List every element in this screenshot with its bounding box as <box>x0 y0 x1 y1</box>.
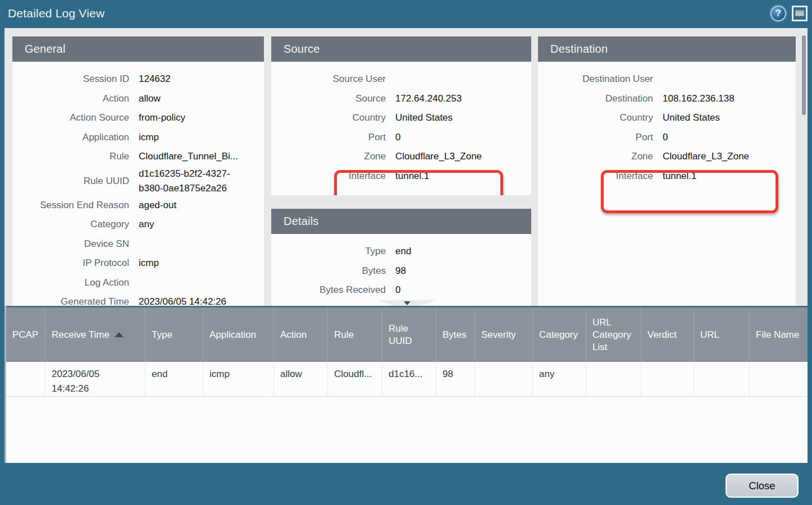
col-label: Application <box>209 329 256 341</box>
field-row-bytes: Bytes 98 <box>271 261 531 281</box>
col-label: Rule <box>334 329 354 341</box>
field-row-source: Source 172.64.240.253 <box>271 89 531 109</box>
panel-details: Details Type end Bytes 98 Bytes Received… <box>271 209 531 306</box>
field-label: IP Protocol <box>12 256 129 270</box>
chevron-down-icon <box>404 301 410 305</box>
panel-details-header: Details <box>271 209 531 234</box>
field-value: 172.64.240.253 <box>395 91 462 106</box>
field-value: 0 <box>395 130 400 145</box>
content-scrollbar-thumb[interactable] <box>802 35 806 115</box>
field-value: aged-out <box>139 198 176 213</box>
field-row-interface: Interface tunnel.1 <box>271 167 531 186</box>
col-header-url[interactable]: URL <box>694 307 749 362</box>
cell-verdict <box>641 362 694 396</box>
col-header-verdict[interactable]: Verdict <box>641 307 694 362</box>
field-label: Action <box>12 91 129 106</box>
field-value: Cloudflare_Tunnel_Bi... <box>139 149 238 164</box>
field-label: Destination <box>538 91 653 106</box>
dialog-footer: Close <box>0 463 812 505</box>
col-label: PCAP <box>12 329 38 341</box>
cell-rule-uuid: d1c16... <box>382 362 436 396</box>
field-label: Type <box>271 244 386 259</box>
panel-details-body: Type end Bytes 98 Bytes Received 0 <box>271 234 531 300</box>
panel-general-header: General <box>12 36 264 62</box>
col-header-file-name[interactable]: File Name <box>749 307 808 362</box>
col-header-pcap[interactable]: PCAP <box>6 307 45 362</box>
titlebar: Detailed Log View ? <box>0 0 812 28</box>
field-row-log-action: Log Action <box>12 273 264 293</box>
cell-url <box>694 362 749 396</box>
cell-severity <box>475 362 532 396</box>
col-header-severity[interactable]: Severity <box>475 307 532 362</box>
field-label: Session End Reason <box>12 198 129 213</box>
panel-source-header: Source <box>271 36 531 62</box>
field-row-rule-uuid: Rule UUID d1c16235-b2f2-4327-b380-0ae187… <box>12 167 264 196</box>
field-label: Source <box>271 91 386 106</box>
field-value: 0 <box>663 130 668 145</box>
help-icon[interactable]: ? <box>770 6 786 21</box>
field-value: tunnel.1 <box>663 169 697 183</box>
field-label: Country <box>538 111 653 125</box>
log-detail-content: General Session ID 124632 Action allow A… <box>4 28 808 306</box>
col-header-application[interactable]: Application <box>203 307 273 362</box>
cell-pcap <box>6 362 45 396</box>
field-label: Session ID <box>12 72 129 86</box>
field-value: 98 <box>395 264 406 278</box>
col-label: Severity <box>481 329 516 341</box>
field-row-application: Application icmp <box>12 128 264 148</box>
cell-bytes: 98 <box>436 362 475 396</box>
field-row-session-id: Session ID 124632 <box>12 70 264 89</box>
col-header-bytes[interactable]: Bytes <box>436 307 475 362</box>
col-header-receive-time[interactable]: Receive Time <box>45 307 145 362</box>
content-scrollbar[interactable] <box>800 28 808 306</box>
field-row-country: Country United States <box>538 108 796 128</box>
field-value: icmp <box>139 256 159 270</box>
panel-general-body: Session ID 124632 Action allow Action So… <box>12 62 264 306</box>
col-label: URL Category List <box>592 316 635 354</box>
col-header-url-category-list[interactable]: URL Category List <box>586 307 641 362</box>
field-value: icmp <box>139 130 159 145</box>
field-label: Bytes <box>271 264 386 278</box>
cell-type: end <box>145 362 203 396</box>
panel-destination-header: Destination <box>538 36 796 62</box>
cell-action: allow <box>273 362 327 396</box>
field-value: 108.162.236.138 <box>663 91 735 106</box>
field-row-destination: Destination 108.162.236.138 <box>538 89 796 109</box>
field-value: United States <box>395 111 453 125</box>
field-label: Action Source <box>12 111 129 125</box>
window-icon[interactable] <box>792 6 808 21</box>
field-value: tunnel.1 <box>395 169 430 183</box>
field-row-bytes-received: Bytes Received 0 <box>271 281 531 300</box>
col-label: Verdict <box>647 329 677 341</box>
field-value: 124632 <box>139 72 171 86</box>
col-header-type[interactable]: Type <box>145 307 203 362</box>
cell-application: icmp <box>203 362 273 396</box>
col-label: Receive Time <box>52 329 110 341</box>
col-header-category[interactable]: Category <box>532 307 586 362</box>
field-row-port: Port 0 <box>271 128 531 148</box>
col-label: URL <box>700 329 719 341</box>
field-row-port: Port 0 <box>538 128 796 148</box>
sort-ascending-icon <box>115 332 124 337</box>
log-table: PCAP Receive Time Type Application Actio… <box>4 306 808 463</box>
field-row-destination-user: Destination User <box>538 70 796 89</box>
field-row-action: Action allow <box>12 89 264 109</box>
col-header-rule-uuid[interactable]: Rule UUID <box>382 307 436 362</box>
field-value: 0 <box>395 283 400 297</box>
cell-url-category-list <box>586 362 641 396</box>
field-label: Port <box>271 130 386 145</box>
field-value: any <box>139 217 154 232</box>
panel-source-body: Source User Source 172.64.240.253 Countr… <box>271 62 531 186</box>
field-value: end <box>395 244 411 259</box>
cell-rule: Cloudfl... <box>327 362 382 396</box>
col-header-action[interactable]: Action <box>273 307 327 362</box>
close-button[interactable]: Close <box>726 474 799 498</box>
field-row-country: Country United States <box>271 108 531 128</box>
field-label: Interface <box>538 169 653 183</box>
col-header-rule[interactable]: Rule <box>327 307 382 362</box>
log-table-row[interactable]: 2023/06/05 14:42:26 end icmp allow Cloud… <box>6 362 808 397</box>
field-label: Bytes Received <box>271 283 386 297</box>
log-table-header: PCAP Receive Time Type Application Actio… <box>6 306 808 362</box>
field-row-action-source: Action Source from-policy <box>12 108 264 128</box>
field-label: Source User <box>271 72 386 86</box>
